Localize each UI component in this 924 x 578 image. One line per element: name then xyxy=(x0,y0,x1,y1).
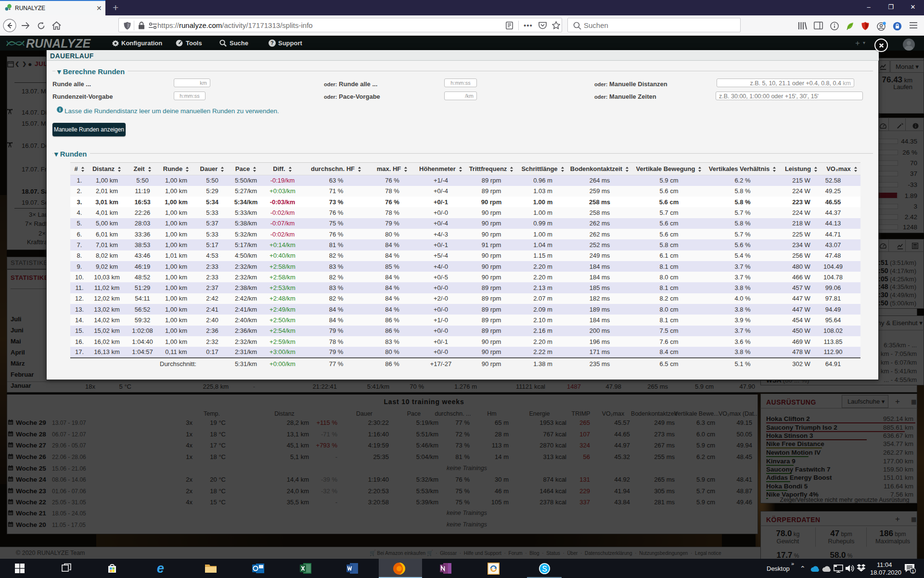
svg-text:?: ? xyxy=(270,40,273,46)
svg-text:1: 1 xyxy=(911,569,914,574)
